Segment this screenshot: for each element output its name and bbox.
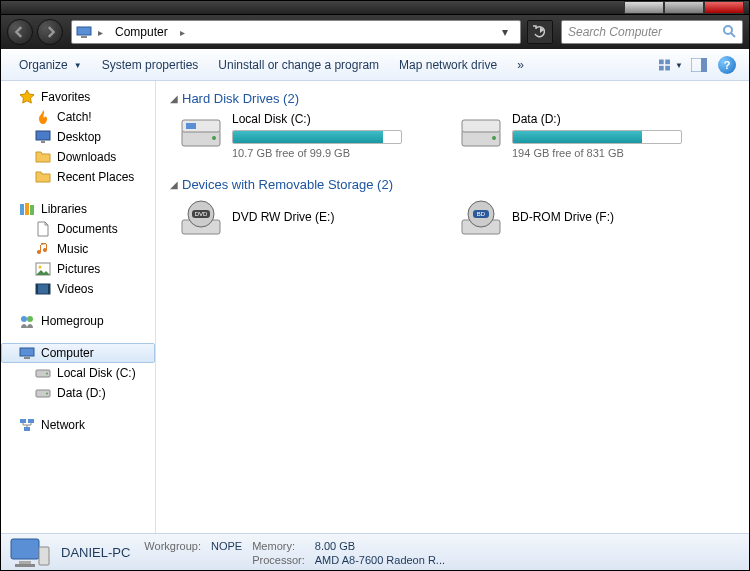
sidebar-network[interactable]: Network [1,415,155,435]
chevron-down-icon: ▼ [74,61,82,70]
svg-text:DVD: DVD [195,211,208,217]
drive-icon [35,365,51,381]
svg-rect-5 [665,60,670,65]
back-button[interactable] [7,19,33,45]
toolbar-overflow-button[interactable]: » [509,54,532,76]
svg-point-20 [21,316,27,322]
window-minimize-button[interactable] [624,1,664,14]
preview-pane-button[interactable] [687,53,711,77]
chevron-down-icon: ▼ [675,61,683,70]
group-hard-disk-drives[interactable]: ◢ Hard Disk Drives (2) [170,91,735,106]
address-bar[interactable]: ▸ Computer ▸ ▾ [71,20,521,44]
desktop-icon [35,129,51,145]
svg-rect-48 [11,539,39,559]
homegroup-icon [19,313,35,329]
folder-icon [35,149,51,165]
svg-point-33 [212,136,216,140]
system-properties-button[interactable]: System properties [94,54,207,76]
sidebar-item-music[interactable]: Music [1,239,155,259]
svg-rect-13 [25,203,29,215]
svg-rect-14 [30,205,34,215]
drive-local-disk-c[interactable]: Local Disk (C:) 10.7 GB free of 99.9 GB [180,112,440,159]
status-computer-name: DANIEL-PC [61,545,130,560]
drive-space-fill [233,131,383,143]
videos-icon [35,281,51,297]
sidebar-item-recent-places[interactable]: Recent Places [1,167,155,187]
computer-large-icon [9,537,51,569]
navigation-bar: ▸ Computer ▸ ▾ Search Computer [1,15,749,49]
drive-icon [35,385,51,401]
drive-label: BD-ROM Drive (F:) [512,210,720,224]
navigation-pane: Favorites Catch! Desktop Downloads Recen… [1,81,156,533]
sidebar-favorites-header[interactable]: Favorites [1,87,155,107]
computer-icon [76,24,92,40]
svg-rect-7 [665,66,670,71]
sidebar-libraries-header[interactable]: Libraries [1,199,155,219]
status-processor-value: AMD A8-7600 Radeon R... [315,554,445,566]
details-pane: DANIEL-PC Workgroup: NOPE Memory: 8.00 G… [1,533,749,571]
sidebar-item-desktop[interactable]: Desktop [1,127,155,147]
forward-button[interactable] [37,19,63,45]
search-icon [722,24,736,41]
svg-point-16 [39,266,42,269]
help-button[interactable]: ? [715,53,739,77]
sidebar-item-documents[interactable]: Documents [1,219,155,239]
svg-rect-50 [15,564,35,567]
libraries-icon [19,201,35,217]
bluray-drive-icon: BD [460,198,502,240]
address-dropdown-button[interactable]: ▾ [494,21,516,43]
music-icon [35,241,51,257]
sidebar-item-pictures[interactable]: Pictures [1,259,155,279]
sidebar-computer[interactable]: Computer [1,343,155,363]
svg-rect-34 [186,123,196,129]
svg-point-37 [492,136,496,140]
drive-free-text: 10.7 GB free of 99.9 GB [232,147,440,159]
organize-button[interactable]: Organize▼ [11,54,90,76]
drive-label: Data (D:) [512,112,720,126]
svg-rect-18 [36,284,38,294]
drive-dvd-rw-e[interactable]: DVD DVD RW Drive (E:) [180,198,440,240]
breadcrumb-separator-icon[interactable]: ▸ [178,27,187,38]
drive-label: DVD RW Drive (E:) [232,210,440,224]
breadcrumb-separator-icon[interactable]: ▸ [96,27,105,38]
status-processor-label: Processor: [252,554,305,566]
svg-rect-23 [24,357,30,359]
svg-rect-22 [20,348,34,356]
uninstall-program-button[interactable]: Uninstall or change a program [210,54,387,76]
main-area: Favorites Catch! Desktop Downloads Recen… [1,81,749,533]
drive-data-d[interactable]: Data (D:) 194 GB free of 831 GB [460,112,720,159]
svg-rect-6 [659,66,664,71]
refresh-button[interactable] [527,20,553,44]
svg-rect-4 [659,60,664,65]
computer-icon [19,345,35,361]
window-close-button[interactable] [704,1,744,14]
svg-rect-1 [81,36,87,38]
map-network-drive-button[interactable]: Map network drive [391,54,505,76]
sidebar-item-videos[interactable]: Videos [1,279,155,299]
sidebar-homegroup[interactable]: Homegroup [1,311,155,331]
pictures-icon [35,261,51,277]
sidebar-item-data-d[interactable]: Data (D:) [1,383,155,403]
dvd-drive-icon: DVD [180,198,222,240]
breadcrumb-computer[interactable]: Computer [109,21,174,43]
view-options-button[interactable]: ▼ [659,53,683,77]
sidebar-item-catch[interactable]: Catch! [1,107,155,127]
window-maximize-button[interactable] [664,1,704,14]
status-memory-label: Memory: [252,540,305,552]
sidebar-item-downloads[interactable]: Downloads [1,147,155,167]
svg-rect-9 [701,58,707,72]
search-input[interactable]: Search Computer [561,20,743,44]
drive-space-bar [512,130,682,144]
svg-point-27 [46,393,48,395]
svg-point-21 [27,316,33,322]
svg-rect-10 [36,131,50,140]
svg-text:BD: BD [477,211,486,217]
svg-rect-0 [77,27,91,35]
content-pane: ◢ Hard Disk Drives (2) Local Disk (C:) 1… [156,81,749,533]
drive-bd-rom-f[interactable]: BD BD-ROM Drive (F:) [460,198,720,240]
svg-point-2 [724,26,732,34]
sidebar-item-local-disk-c[interactable]: Local Disk (C:) [1,363,155,383]
flame-icon [35,109,51,125]
drive-label: Local Disk (C:) [232,112,440,126]
group-removable-storage[interactable]: ◢ Devices with Removable Storage (2) [170,177,735,192]
